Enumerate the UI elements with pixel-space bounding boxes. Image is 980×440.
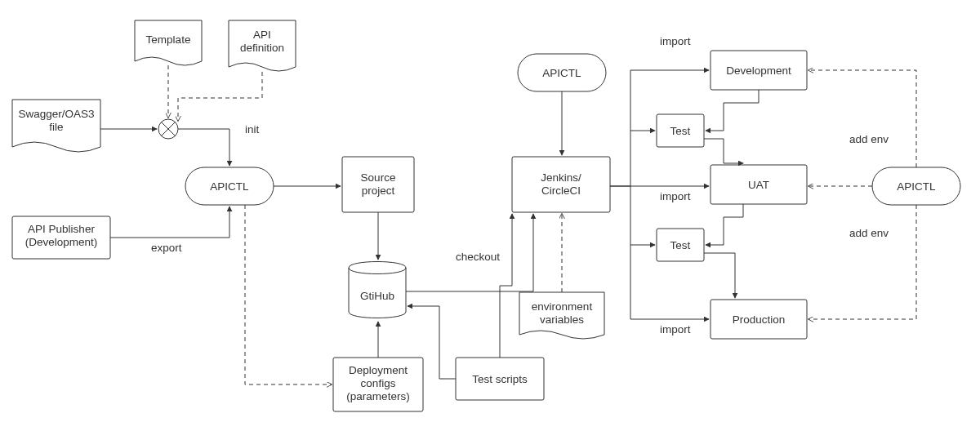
node-apictl-left: APICTL (185, 167, 274, 205)
node-deploy-configs: Deploymentconfigs(parameters) (333, 358, 423, 411)
node-source-project: Sourceproject (342, 157, 414, 212)
edge-uat-test-bottom (706, 204, 743, 245)
edge-testscripts-jenkins (500, 214, 512, 358)
node-apictl-top: APICTL (518, 54, 606, 91)
label-api-publisher: API Publisher(Development) (25, 223, 98, 248)
label-source-project: Sourceproject (361, 171, 396, 197)
label-env-vars: environmentvariables (532, 300, 593, 326)
label-test-bottom: Test (670, 239, 691, 251)
node-api-definition: APIdefinition (229, 20, 296, 71)
node-apictl-right: APICTL (872, 167, 960, 205)
edge-test-bottom-prod (704, 253, 735, 298)
label-apictl-left: APICTL (210, 180, 249, 193)
node-test-scripts: Test scripts (456, 358, 544, 400)
edge-apictl-right-prod (808, 205, 916, 319)
label-development: Development (726, 64, 791, 77)
node-env-vars: environmentvariables (519, 292, 604, 339)
label-uat: UAT (748, 179, 769, 191)
label-checkout: checkout (456, 251, 500, 263)
edge-apidef-combine (178, 72, 262, 121)
node-production: Production (710, 300, 807, 339)
edge-dev-test-top (706, 90, 759, 131)
node-test-bottom: Test (657, 229, 704, 261)
label-import-uat: import (660, 190, 691, 202)
edge-test-top-uat (704, 139, 743, 163)
edge-apictl-right-dev (808, 70, 916, 167)
label-add-env-bottom: add env (849, 227, 889, 239)
label-apictl-top: APICTL (542, 67, 581, 79)
label-export: export (151, 242, 182, 254)
node-github: GtiHub (349, 262, 406, 318)
label-apictl-right: APICTL (897, 180, 936, 193)
edge-combine-apictl (178, 129, 229, 166)
node-api-publisher: API Publisher(Development) (12, 216, 110, 259)
label-jenkins: Jenkins/CircleCI (541, 171, 581, 197)
edge-branch-test-bottom (630, 186, 655, 245)
flow-diagram: Template APIdefinition Swagger/OAS3file … (0, 0, 980, 440)
label-test-scripts: Test scripts (472, 373, 528, 385)
label-production: Production (733, 313, 786, 326)
node-jenkins: Jenkins/CircleCI (512, 157, 610, 212)
node-template: Template (135, 20, 202, 65)
node-development: Development (710, 51, 807, 90)
label-template: Template (146, 33, 191, 46)
node-swagger: Swagger/OAS3file (12, 100, 100, 152)
label-import-dev: import (660, 35, 691, 47)
label-github: GtiHub (360, 290, 394, 302)
label-import-prod: import (660, 323, 691, 336)
node-combine (158, 119, 178, 139)
label-test-top: Test (670, 125, 691, 137)
label-add-env-top: add env (849, 133, 889, 145)
label-init: init (245, 123, 260, 136)
node-uat: UAT (710, 165, 807, 204)
edge-apictl-deploy (245, 205, 332, 384)
node-test-top: Test (657, 114, 704, 147)
edge-publisher-apictl (110, 207, 229, 238)
